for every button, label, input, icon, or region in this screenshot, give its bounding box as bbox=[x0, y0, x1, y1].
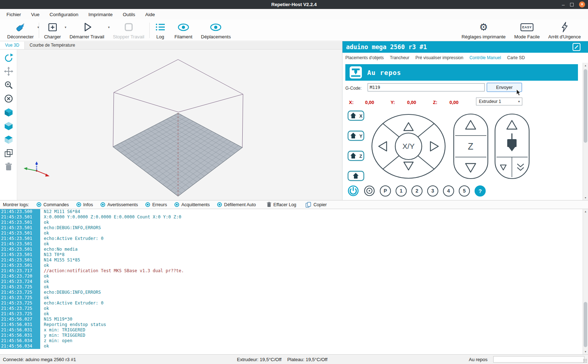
log-scrollbar[interactable]: ▲ ▼ bbox=[583, 209, 588, 354]
copy-log-button[interactable]: Copier bbox=[305, 202, 327, 208]
menu-item[interactable]: Vue bbox=[31, 12, 40, 17]
log-message: echo:DEBUG:INFO,ERRORS bbox=[40, 290, 101, 295]
log-toggle[interactable]: Avertissements bbox=[101, 202, 138, 207]
edit-printer-icon[interactable] bbox=[572, 43, 581, 53]
tab-3d-view[interactable]: Vue 3D bbox=[0, 42, 25, 49]
load-button[interactable]: Charger ▾ bbox=[40, 20, 65, 41]
extruder-select[interactable]: Extrudeur 1 ▾ bbox=[476, 98, 522, 105]
log-controls: Montrer logs: CommandesInfosAvertissemen… bbox=[0, 200, 588, 209]
rotate-view-icon[interactable] bbox=[3, 52, 14, 63]
log-toggle[interactable]: Erreurs bbox=[145, 202, 167, 207]
log-row: 21:45:23.725 echo:DEBUG:INFO,ERRORS bbox=[0, 290, 588, 295]
scroll-up-icon[interactable]: ▲ bbox=[583, 209, 588, 214]
panel-tab[interactable]: Pré visualiser impression bbox=[415, 55, 463, 60]
power-button[interactable] bbox=[347, 185, 359, 197]
panel-tab[interactable]: Carte SD bbox=[507, 55, 525, 60]
disconnect-button[interactable]: Déconnecter ▾ bbox=[3, 20, 38, 41]
chevron-down-icon[interactable]: ▾ bbox=[37, 25, 39, 29]
log-message: x min: TRIGGERED bbox=[40, 327, 85, 333]
easy-mode-button[interactable]: EASY Mode Facile bbox=[510, 20, 544, 41]
trash-icon[interactable] bbox=[3, 161, 14, 172]
motor-off-button[interactable] bbox=[364, 185, 375, 197]
show-edges-icon[interactable] bbox=[3, 148, 14, 159]
3d-scene bbox=[17, 49, 342, 200]
log-toggle[interactable]: Commandes bbox=[37, 202, 69, 207]
menu-item[interactable]: Fichier bbox=[6, 12, 21, 17]
home-y-button[interactable]: Y bbox=[347, 131, 364, 141]
toolbar-separator bbox=[149, 23, 150, 38]
panel-tab[interactable]: Trancheur bbox=[390, 55, 409, 60]
top-view-icon[interactable] bbox=[3, 134, 14, 145]
front-view-icon[interactable] bbox=[3, 120, 14, 131]
toggle-log-button[interactable]: Log bbox=[150, 20, 170, 41]
home-z-button[interactable]: Z bbox=[347, 151, 364, 161]
tab-temperature-curve[interactable]: Courbe de Température bbox=[25, 42, 80, 49]
emergency-stop-button[interactable]: Arrêt d'Urgence bbox=[544, 20, 585, 41]
menubar: FichierVueConfigurationImprimanteOutilsA… bbox=[0, 9, 588, 20]
panel-tab[interactable]: Contrôle Manuel bbox=[470, 55, 501, 60]
3d-viewport[interactable] bbox=[17, 49, 342, 200]
fit-view-icon[interactable] bbox=[3, 93, 14, 104]
y-value: 0,00 bbox=[407, 100, 416, 105]
panel-scrollbar[interactable]: ▲ ▼ bbox=[583, 63, 588, 200]
window-title: Repetier-Host V2.2.4 bbox=[271, 2, 317, 7]
log-row: 21:45:56.034 ok bbox=[0, 344, 588, 349]
log-row: 21:45:23.501 echo:Active Extruder: 0 bbox=[0, 236, 588, 241]
log-row: 21:45:23.725 ok bbox=[0, 306, 588, 311]
log-timestamp: 21:45:23.717 bbox=[0, 268, 40, 274]
panel-tab[interactable]: Placements d'objets bbox=[345, 55, 384, 60]
scrollbar-thumb[interactable] bbox=[584, 302, 587, 347]
log-row: 21:45:23.717 //action:notification Test … bbox=[0, 268, 588, 274]
stop-job-button[interactable]: Stopper Travail bbox=[108, 20, 148, 41]
iso-view-icon[interactable] bbox=[3, 107, 14, 118]
scroll-down-icon[interactable]: ▼ bbox=[583, 195, 588, 200]
printer-panel: aduino mega 2560 r3 #1 Placements d'obje… bbox=[342, 41, 588, 200]
printer-settings-button[interactable]: ⚙ Réglages imprimante bbox=[457, 20, 510, 41]
minimize-icon[interactable]: – bbox=[562, 3, 565, 6]
menu-item[interactable]: Imprimante bbox=[88, 12, 113, 17]
preset-button[interactable]: 3 bbox=[427, 185, 438, 197]
preset-button[interactable]: 1 bbox=[396, 185, 407, 197]
log-toggle[interactable]: Défilement Auto bbox=[217, 202, 256, 207]
log-message: ok bbox=[40, 263, 49, 268]
close-icon[interactable]: × bbox=[579, 1, 585, 8]
y-label: Y: bbox=[391, 100, 395, 105]
move-view-icon[interactable] bbox=[3, 66, 14, 77]
log-timestamp: 21:45:23.720 bbox=[0, 274, 40, 279]
log-toggle[interactable]: Acquittements bbox=[174, 202, 210, 207]
log-message: ok bbox=[40, 231, 49, 236]
panel-tabs: Placements d'objetsTrancheurPré visualis… bbox=[342, 53, 525, 63]
help-button[interactable]: ? bbox=[475, 185, 486, 197]
home-x-button[interactable]: X bbox=[347, 110, 364, 121]
start-job-button[interactable]: Démarrer Travail ▾ bbox=[65, 20, 109, 41]
zoom-view-icon[interactable] bbox=[3, 80, 14, 90]
repetier-host-window: Repetier-Host V2.2.4 – × FichierVueConfi… bbox=[0, 0, 588, 364]
clear-log-button[interactable]: Effacer Log bbox=[267, 202, 297, 207]
svg-text:X: X bbox=[359, 113, 363, 119]
jog-pad: X/Y Z bbox=[371, 113, 532, 179]
scroll-up-icon[interactable]: ▲ bbox=[583, 63, 588, 68]
scrollbar-thumb[interactable] bbox=[584, 69, 587, 143]
play-icon bbox=[81, 22, 93, 33]
menu-item[interactable]: Outils bbox=[123, 12, 135, 17]
log-toggle[interactable]: Infos bbox=[76, 202, 93, 207]
show-travel-button[interactable]: Déplacements bbox=[197, 20, 235, 41]
toggle-dot-icon bbox=[37, 202, 41, 207]
home-all-button[interactable] bbox=[347, 171, 364, 181]
log-timestamp: 21:45:23.501 bbox=[0, 236, 40, 241]
log-message: z min: open bbox=[40, 338, 72, 344]
preset-button[interactable]: P bbox=[380, 185, 391, 197]
menu-item[interactable]: Configuration bbox=[50, 12, 78, 17]
gcode-input[interactable] bbox=[368, 83, 485, 91]
preset-button[interactable]: 5 bbox=[459, 185, 470, 197]
scroll-down-icon[interactable]: ▼ bbox=[583, 349, 588, 354]
maximize-icon[interactable] bbox=[570, 3, 574, 6]
menu-item[interactable]: Aide bbox=[145, 12, 155, 17]
resize-grip[interactable] bbox=[583, 359, 587, 363]
preset-button[interactable]: 4 bbox=[443, 185, 454, 197]
log-row: 21:45:23.501 ok bbox=[0, 263, 588, 268]
log-message: echo:Active Extruder: 0 bbox=[40, 301, 103, 306]
log-timestamp: 21:45:56.031 bbox=[0, 327, 40, 333]
show-filament-button[interactable]: Filament bbox=[170, 20, 197, 41]
preset-button[interactable]: 2 bbox=[411, 185, 423, 197]
